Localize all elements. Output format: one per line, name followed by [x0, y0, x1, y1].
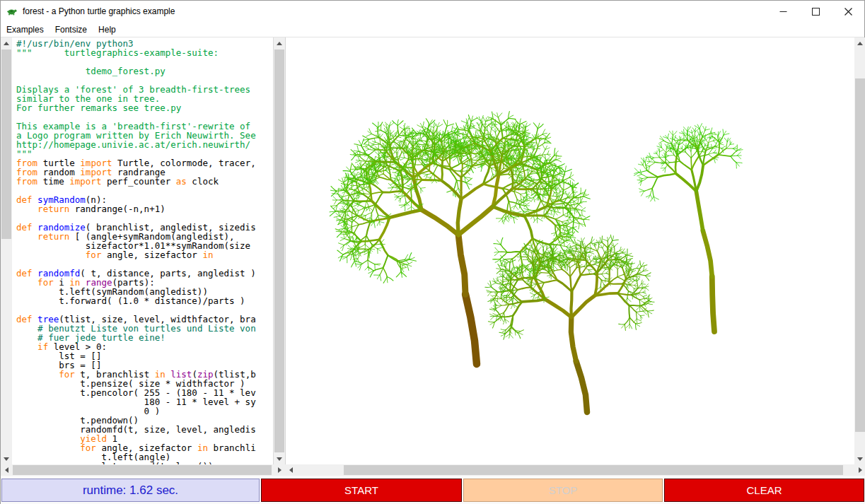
- scroll-left-icon[interactable]: [285, 464, 296, 476]
- close-button[interactable]: [832, 1, 864, 22]
- control-bar: runtime: 1.62 sec. START STOP CLEAR: [1, 476, 865, 504]
- clear-button[interactable]: CLEAR: [664, 479, 864, 502]
- minimize-button[interactable]: [767, 1, 799, 22]
- canvas-vscrollbar[interactable]: [854, 37, 865, 464]
- turtle-canvas: [285, 37, 854, 464]
- scrollbar-thumb[interactable]: [344, 465, 843, 475]
- turtle-icon: [6, 6, 18, 17]
- code-text: #!/usr/bin/env python3""" turtlegraphics…: [16, 39, 273, 464]
- code-line: return randrange(-n,n+1): [16, 204, 273, 213]
- hscroll-row: [1, 464, 865, 476]
- scroll-down-icon[interactable]: [854, 453, 865, 464]
- scroll-right-icon[interactable]: [274, 464, 285, 476]
- code-line: http://homepage.univie.ac.at/erich.neuwi…: [16, 140, 273, 149]
- code-hscrollbar[interactable]: [1, 464, 285, 476]
- app-window: forest - a Python turtle graphics exampl…: [0, 0, 865, 504]
- window-controls: [767, 1, 864, 22]
- scroll-up-icon[interactable]: [274, 37, 285, 49]
- canvas-hscrollbar[interactable]: [285, 464, 865, 476]
- minimize-icon: [779, 8, 787, 16]
- menu-examples[interactable]: Examples: [1, 23, 50, 37]
- code-line: for angle, sizefactor in: [16, 250, 273, 259]
- code-vscrollbar-left[interactable]: [1, 37, 12, 464]
- scroll-down-icon[interactable]: [1, 453, 12, 464]
- scrollbar-thumb[interactable]: [13, 465, 272, 475]
- scroll-down-icon[interactable]: [274, 453, 285, 464]
- menu-fontsize[interactable]: Fontsize: [50, 23, 93, 37]
- scroll-left-icon[interactable]: [1, 464, 12, 476]
- maximize-icon: [812, 8, 820, 16]
- code-line: """ turtlegraphics-example-suite:: [16, 48, 273, 57]
- scroll-up-icon[interactable]: [1, 37, 12, 49]
- scrollbar-thumb[interactable]: [274, 49, 284, 452]
- runtime-label: runtime: 1.62 sec.: [1, 479, 260, 502]
- menu-bar: Examples Fontsize Help: [1, 22, 864, 37]
- code-line: t.forward( (1.0 * distance)/parts ): [16, 296, 273, 305]
- turtle-canvas-surface: [286, 37, 854, 464]
- scrollbar-thumb[interactable]: [855, 78, 865, 432]
- code-pane[interactable]: #!/usr/bin/env python3""" turtlegraphics…: [12, 37, 274, 464]
- code-line: tdemo_forest.py: [16, 66, 273, 76]
- scrollbar-thumb[interactable]: [1, 49, 11, 239]
- main-area: #!/usr/bin/env python3""" turtlegraphics…: [1, 37, 865, 464]
- title-bar[interactable]: forest - a Python turtle graphics exampl…: [1, 1, 864, 22]
- code-line: from time import perf_counter as clock: [16, 177, 273, 186]
- scroll-up-icon[interactable]: [854, 37, 865, 49]
- code-vscrollbar-right[interactable]: [274, 37, 285, 464]
- close-icon: [844, 8, 852, 16]
- stop-button[interactable]: STOP: [463, 479, 663, 502]
- start-button[interactable]: START: [261, 479, 462, 502]
- window-title: forest - a Python turtle graphics exampl…: [23, 6, 175, 16]
- scroll-right-icon[interactable]: [854, 464, 865, 476]
- code-line: For further remarks see tree.py: [16, 103, 273, 112]
- menu-help[interactable]: Help: [93, 23, 122, 37]
- maximize-button[interactable]: [799, 1, 832, 22]
